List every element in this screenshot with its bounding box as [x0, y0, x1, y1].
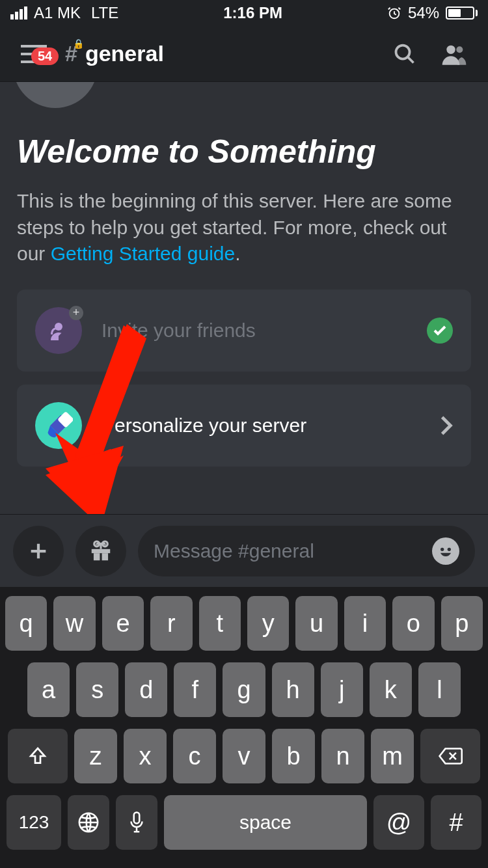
svg-point-16 [448, 547, 451, 550]
key-j[interactable]: j [321, 662, 363, 717]
members-button[interactable] [436, 36, 472, 72]
clock: 1:16 PM [223, 4, 282, 22]
keyboard-row-4: 123 space @ # [5, 795, 483, 850]
network-label: LTE [91, 4, 118, 22]
key-i[interactable]: i [344, 596, 386, 651]
card-personalize-server[interactable]: Personalize your server [17, 385, 471, 467]
key-a[interactable]: a [27, 662, 70, 717]
keyboard-row-3: z x c v b n m [5, 729, 483, 783]
signal-icon [10, 7, 27, 20]
key-q[interactable]: q [5, 596, 47, 651]
lock-icon: 🔒 [73, 38, 84, 49]
key-mic[interactable] [116, 795, 157, 850]
alarm-icon [387, 6, 401, 20]
message-input[interactable] [154, 540, 426, 562]
menu-button[interactable]: 54 [16, 36, 52, 72]
svg-rect-9 [92, 549, 111, 552]
key-hash[interactable]: # [431, 795, 481, 850]
key-k[interactable]: k [370, 662, 412, 717]
invite-icon: + [35, 307, 82, 354]
key-x[interactable]: x [124, 729, 167, 783]
keyboard-row-1: q w e r t y u i o p [5, 596, 483, 651]
key-p[interactable]: p [441, 596, 483, 651]
key-d[interactable]: d [125, 662, 167, 717]
card-invite-label: Invite your friends [102, 319, 407, 342]
battery-pct: 54% [408, 4, 439, 22]
keyboard-row-2: a s d f g h j k l [5, 662, 483, 717]
check-icon [427, 318, 453, 344]
key-e[interactable]: e [102, 596, 144, 651]
svg-point-4 [55, 323, 62, 331]
key-t[interactable]: t [199, 596, 241, 651]
welcome-title: Welcome to Something [17, 134, 471, 170]
key-r[interactable]: r [150, 596, 192, 651]
chevron-right-icon [440, 415, 453, 436]
key-y[interactable]: y [247, 596, 289, 651]
channel-name: general [85, 41, 164, 66]
keyboard: q w e r t y u i o p a s d f g h j k l z … [0, 587, 488, 868]
server-avatar [13, 82, 98, 108]
key-o[interactable]: o [392, 596, 434, 651]
key-l[interactable]: l [418, 662, 461, 717]
card-personalize-label: Personalize your server [102, 414, 420, 437]
key-v[interactable]: v [223, 729, 265, 783]
key-n[interactable]: n [321, 729, 364, 783]
svg-rect-18 [134, 812, 140, 823]
key-shift[interactable] [8, 729, 68, 783]
svg-point-15 [441, 547, 444, 550]
message-input-wrapper[interactable] [138, 526, 475, 576]
key-at[interactable]: @ [373, 795, 424, 850]
key-h[interactable]: h [272, 662, 314, 717]
getting-started-link[interactable]: Getting Started guide [51, 243, 236, 264]
key-globe[interactable] [68, 795, 109, 850]
status-bar: A1 MK LTE 1:16 PM 54% [0, 0, 488, 26]
search-button[interactable] [386, 36, 423, 72]
svg-rect-10 [94, 553, 100, 560]
add-attachment-button[interactable] [13, 526, 64, 576]
carrier-label: A1 MK [34, 4, 81, 22]
svg-rect-11 [102, 553, 109, 560]
plus-badge-icon: + [69, 306, 83, 320]
svg-point-3 [456, 46, 463, 53]
key-w[interactable]: w [53, 596, 95, 651]
key-u[interactable]: u [295, 596, 337, 651]
key-f[interactable]: f [174, 662, 216, 717]
key-m[interactable]: m [371, 729, 414, 783]
key-c[interactable]: c [173, 729, 216, 783]
key-b[interactable]: b [272, 729, 315, 783]
key-backspace[interactable] [420, 729, 480, 783]
key-g[interactable]: g [223, 662, 265, 717]
card-invite-friends[interactable]: + Invite your friends [17, 290, 471, 372]
gift-button[interactable] [75, 526, 126, 576]
svg-point-14 [435, 541, 456, 562]
unread-badge: 54 [31, 47, 59, 65]
welcome-intro: This is the beginning of this server. He… [17, 188, 471, 267]
composer-row [0, 514, 488, 587]
brush-icon [35, 402, 82, 449]
key-s[interactable]: s [76, 662, 118, 717]
channel-title[interactable]: #🔒 general [65, 41, 373, 66]
app-bar: 54 #🔒 general [0, 26, 488, 82]
svg-point-1 [396, 45, 410, 59]
intro-text-b: . [235, 243, 240, 264]
key-numbers[interactable]: 123 [7, 795, 61, 850]
key-space[interactable]: space [164, 795, 367, 850]
hash-icon: #🔒 [65, 41, 77, 66]
emoji-button[interactable] [432, 537, 459, 565]
svg-point-2 [446, 45, 455, 53]
key-z[interactable]: z [74, 729, 117, 783]
battery-icon [446, 7, 478, 20]
